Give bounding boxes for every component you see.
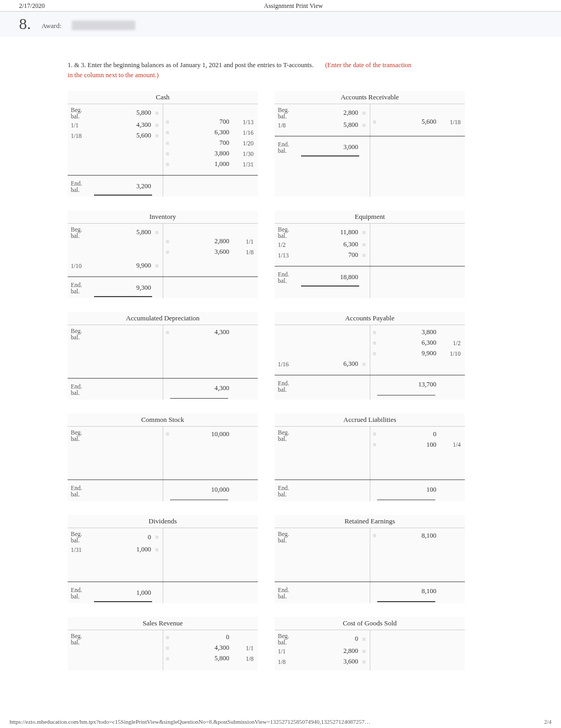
credit-row: 0 [373,429,462,439]
end-bal-row: End. bal. [278,380,367,393]
input-marker-icon [166,121,169,124]
credit-side: 7001/136,3001/167001/203,8001/301,0001/3… [163,104,258,173]
debit-row: 1/85,800 [278,120,367,131]
row-amount: 9,900 [378,349,440,357]
row-date: 1/8 [232,656,255,662]
instructions: 1. & 3. Enter the beginning balances as … [68,60,485,80]
credit-row [373,106,462,117]
debit-row: 1/166,300 [278,359,367,370]
t-account-title: Accounts Receivable [275,91,465,104]
end-bal-amount: 1,000 [95,589,154,597]
row-amount: 10,000 [171,430,232,438]
t-account: Retained EarningsBeg. bal.8,100End. bal.… [275,515,465,603]
input-marker-icon [166,152,169,155]
row-label: 1/1 [71,122,95,128]
credit-side [163,528,258,579]
end-bal-label: End. bal. [71,383,95,396]
row-amount: 4,300 [95,121,154,129]
footer-page: 2/4 [544,718,551,725]
input-marker-icon [362,660,366,664]
input-marker-icon [155,548,158,551]
input-marker-icon [166,636,169,639]
row-amount: 1,000 [171,160,232,168]
input-marker-icon [166,647,169,650]
debit-row: 1/109,900 [71,261,160,271]
t-account-title: Sales Revenue [68,617,258,630]
row-amount: 8,100 [378,532,440,540]
input-marker-icon [362,243,366,246]
row-amount: 5,800 [302,121,361,129]
t-account: Accounts Payable1/166,3003,8006,3001/29,… [275,312,465,400]
t-account: Common StockBeg. bal.10,000End. bal.10,0… [68,413,258,501]
instructions-note-1: (Enter the date of the transaction [325,61,411,69]
credit-row [166,338,255,348]
header-title: Assignment Print View [264,2,323,10]
credit-row [166,460,255,471]
row-amount: 0 [95,533,154,541]
end-bal-label: End. bal. [71,282,95,294]
end-bal-row: 10,000 [166,484,255,495]
debit-side: Beg. bal. [275,528,370,579]
award-points-redacted [72,21,135,30]
row-label: Beg. bal. [278,531,302,543]
input-marker-icon [373,443,376,446]
input-marker-icon [155,134,158,137]
end-bal-amount: 9,300 [95,284,154,292]
instructions-main: 1. & 3. Enter the beginning balances as … [68,61,314,69]
beg-bal-label-row: Beg. bal. [71,632,160,646]
credit-row: 2,8001/1 [166,236,255,247]
row-label: Beg. bal. [278,633,302,646]
input-marker-icon [362,363,366,366]
credit-side: 04,3001/15,8001/8 [163,630,258,670]
credit-row [373,460,462,471]
input-marker-icon [373,331,376,334]
row-label: 1/10 [71,263,95,269]
credit-row: 10,000 [166,429,255,439]
row-date: 1/18 [440,119,462,125]
input-marker-icon [373,342,376,345]
row-amount: 5,600 [95,132,154,140]
end-bal-label: End. bal. [278,485,302,497]
t-account-title: Cost of Goods Sold [275,617,465,630]
input-marker-icon [166,163,169,166]
debit-row: 1/83,600 [278,657,367,667]
input-marker-icon [166,131,169,134]
credit-row [166,450,255,460]
debit-side: Beg. bal.5,8001/14,3001/185,600 [68,104,163,173]
debit-side: Beg. bal. [275,427,370,477]
end-bal-row: End. bal. [278,484,367,498]
credit-row [166,226,255,236]
row-label: 1/8 [278,122,302,128]
t-account-title: Dividends [68,515,258,528]
row-label: Beg. bal. [71,633,95,646]
t-account-title: Cash [68,91,258,104]
row-amount: 4,300 [171,644,232,652]
input-marker-icon [373,352,376,355]
credit-side: 2,8001/13,6001/8 [163,224,258,274]
debit-row [71,239,160,250]
t-account-title: Equipment [275,210,465,224]
debit-row: 1/311,000 [71,545,160,555]
credit-row: 1,0001/31 [166,159,255,170]
end-bal-label: End. bal. [278,587,302,600]
debit-row [71,250,160,261]
credit-row: 4,300 [166,327,255,338]
credit-row: 1001/4 [373,439,462,450]
input-marker-icon [362,254,366,257]
row-label: Beg. bal. [71,328,95,340]
page-footer: https://ezto.mheducation.com/hm.tpx?todo… [10,718,551,725]
row-date: 1/13 [232,119,255,125]
credit-row: 9,9001/10 [373,348,462,359]
end-bal-row: End. bal.1,000 [71,586,160,600]
input-marker-icon [362,112,366,115]
credit-row [166,348,255,359]
end-bal-row: 13,700 [373,380,462,390]
debit-side: Beg. bal.01/12,8001/83,600 [275,630,370,670]
row-label: Beg. bal. [278,226,302,239]
input-marker-icon [155,231,158,234]
credit-row: 3,800 [373,327,462,338]
credit-row: 3,8001/30 [166,149,255,159]
input-marker-icon [166,657,169,660]
debit-side: 1/166,300 [275,325,370,373]
row-amount: 11,800 [302,228,361,236]
